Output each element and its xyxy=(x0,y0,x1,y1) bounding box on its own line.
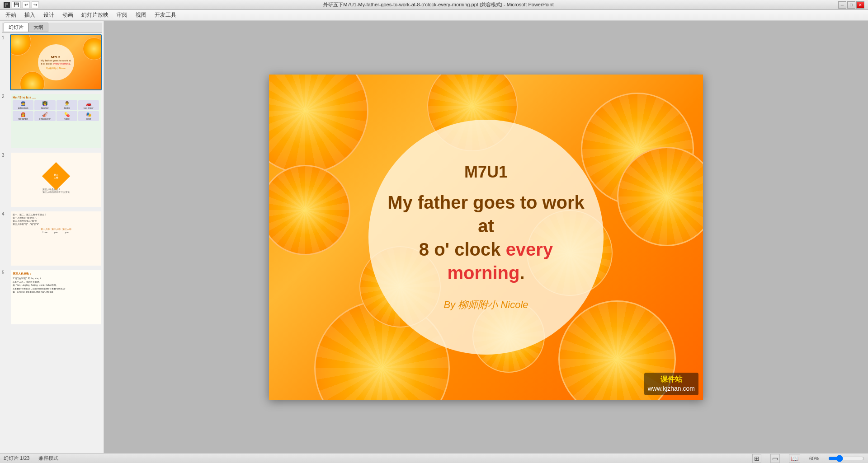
status-bar: 幻灯片 1/23 兼容模式 ⊞ ▭ 📖 60% xyxy=(0,453,868,463)
thumb2-grid: 👮policeman 👩‍🏫teacher 👨‍⚕️doctor 🚗taxi d… xyxy=(13,100,99,121)
slide-num-2: 2 xyxy=(2,94,8,99)
minimize-button[interactable]: ─ xyxy=(838,1,846,9)
thumb5-line1: 1.'他','她'和'它': 即 he, she, it xyxy=(13,277,99,281)
menu-bar: 开始 插入 设计 动画 幻灯片放映 审阅 视图 开发工具 xyxy=(0,10,868,21)
title-bar-controls: ─ □ ✕ xyxy=(838,1,864,9)
thumb1-sub: My father goes to work at 8 o' clock eve… xyxy=(41,59,71,65)
slide-tabs: 幻灯片 大纲 xyxy=(2,23,102,33)
slide-main-line2: 8 o' clock xyxy=(419,239,506,259)
thumb5-line2: 2.单个人名，地名还有称呼, xyxy=(13,281,99,284)
thumb5-line3: 3.单数的可数名词，前面'this/that/the'+'单数可数名词' xyxy=(13,287,99,291)
menu-start[interactable]: 开始 xyxy=(2,10,20,20)
quick-redo[interactable]: ↪ xyxy=(32,1,39,8)
orange-rays-5 xyxy=(269,166,349,254)
slide-byline: By 柳师附小 Nicole xyxy=(443,298,528,312)
menu-devtools[interactable]: 开发工具 xyxy=(151,10,180,20)
menu-view[interactable]: 视图 xyxy=(132,10,150,20)
menu-insert[interactable]: 插入 xyxy=(21,10,39,20)
view-slide-icon[interactable]: ▭ xyxy=(770,454,780,463)
slide-thumbnail-2[interactable]: He / She is a .... 👮policeman 👩‍🏫teacher… xyxy=(10,93,102,149)
slide-thumb-3[interactable]: 3 第三人称 第三人称是哪些？ 第三人称的动词有什么变化 xyxy=(2,152,102,208)
slide-module-title: M7U1 xyxy=(464,163,508,182)
slide-count: 幻灯片 1/23 xyxy=(4,455,29,462)
thumb3-bullet2: 第三人称的动词有什么变化 xyxy=(42,191,70,193)
thumb1-red: every morning xyxy=(53,62,70,65)
orange-deco-1 xyxy=(269,75,368,174)
slide-thumb-2[interactable]: 2 He / She is a .... 👮policeman 👩‍🏫teach… xyxy=(2,93,102,149)
slide-thumb-5[interactable]: 5 第三人称单数： 1.'他','她'和'它': 即 he, she, it 2… xyxy=(2,269,102,325)
maximize-button[interactable]: □ xyxy=(847,1,855,9)
main-area: M7U1 My father goes to work at 8 o' cloc… xyxy=(104,21,868,453)
quick-save[interactable]: 💾 xyxy=(12,1,21,8)
thumb5-line2b: 如: Tom, Lingling, Beijing, Uncle, father… xyxy=(13,284,99,287)
orange-deco-5 xyxy=(269,165,350,255)
thumb2-header: He / She is a .... xyxy=(13,96,99,99)
tab-outline[interactable]: 大纲 xyxy=(28,23,48,32)
title-bar: 🅿 💾 ↩ ↪ 外研五下M7U1-My-father-goes-to-work-… xyxy=(0,0,868,10)
slide-thumb-1[interactable]: 1 M7U1 My father goes to work at 8 o' cl… xyxy=(2,34,102,90)
thumb4-line1: 第一、第二、第三人称各有什么？ xyxy=(13,213,99,216)
thumb5-line3b: 如：a horse, this book, that man, the cat xyxy=(13,290,99,294)
slide-panel: 幻灯片 大纲 1 M7U1 My father goes to work at xyxy=(0,21,104,453)
zoom-slider[interactable] xyxy=(828,455,864,462)
slide-num-4: 4 xyxy=(2,211,8,216)
tab-slides[interactable]: 幻灯片 xyxy=(4,23,28,32)
zoom-level: 60% xyxy=(809,456,819,461)
slide-num-1: 1 xyxy=(2,35,8,40)
thumb1-by: By 柳师附小 Nicole xyxy=(46,67,66,70)
close-button[interactable]: ✕ xyxy=(856,1,864,9)
workspace: 幻灯片 大纲 1 M7U1 My father goes to work at xyxy=(0,21,868,453)
menu-animation[interactable]: 动画 xyxy=(59,10,77,20)
slide-thumbnail-1[interactable]: M7U1 My father goes to work at 8 o' cloc… xyxy=(10,34,102,90)
quick-undo[interactable]: ↩ xyxy=(23,1,30,8)
thumb4-line3: 第二人称用作第二"我"的 xyxy=(13,220,99,223)
center-circle: M7U1 My father goes to work at 8 o' cloc… xyxy=(368,120,604,355)
slide-main-text: My father goes to work at 8 o' clock eve… xyxy=(387,191,585,285)
title-bar-left: 🅿 💾 ↩ ↪ xyxy=(4,1,39,9)
menu-review[interactable]: 审阅 xyxy=(113,10,131,20)
watermark-top: 课件站 xyxy=(648,374,695,384)
view-normal-icon[interactable]: ⊞ xyxy=(752,454,761,463)
thumb4-line2: 第一人称也叫"我"的"们"。 xyxy=(13,216,99,220)
slide-main-line1: My father goes to work at xyxy=(387,192,585,236)
slide-num-3: 3 xyxy=(2,153,8,158)
slide-thumbnail-4[interactable]: 第一、第二、第三人称各有什么？ 第一人称也叫"我"的"们"。 第二人称用作第二"… xyxy=(10,210,102,267)
menu-design[interactable]: 设计 xyxy=(40,10,58,20)
slide-main: M7U1 My father goes to work at 8 o' cloc… xyxy=(269,75,703,400)
slide-period: . xyxy=(519,263,524,283)
watermark-url: www.kjzhan.com xyxy=(648,384,695,393)
thumb4-line4: 第三人称有"他"，"她"的"it" xyxy=(13,223,99,226)
slide-thumbnail-5[interactable]: 第三人称单数： 1.'他','她'和'它': 即 he, she, it 2.单… xyxy=(10,269,102,325)
title-bar-title: 外研五下M7U1-My-father-goes-to-work-at-8-o'c… xyxy=(39,1,838,8)
slide-thumb-4[interactable]: 4 第一、第二、第三人称各有什么？ 第一人称也叫"我"的"们"。 第二人称用作第… xyxy=(2,210,102,267)
view-reading-icon[interactable]: 📖 xyxy=(789,454,800,463)
orange-rays-6 xyxy=(618,148,703,245)
orange-rays-1 xyxy=(269,75,367,173)
slide-thumbnail-3[interactable]: 第三人称 第三人称是哪些？ 第三人称的动词有什么变化 xyxy=(10,152,102,208)
menu-slideshow[interactable]: 幻灯片放映 xyxy=(78,10,112,20)
watermark: 课件站 www.kjzhan.com xyxy=(644,373,698,395)
slide-num-5: 5 xyxy=(2,270,8,275)
view-mode: 兼容模式 xyxy=(38,455,58,462)
thumb5-title: 第三人称单数： xyxy=(13,272,99,276)
thumb1-module: M7U1 xyxy=(51,55,61,59)
app-icon: 🅿 xyxy=(4,1,10,9)
